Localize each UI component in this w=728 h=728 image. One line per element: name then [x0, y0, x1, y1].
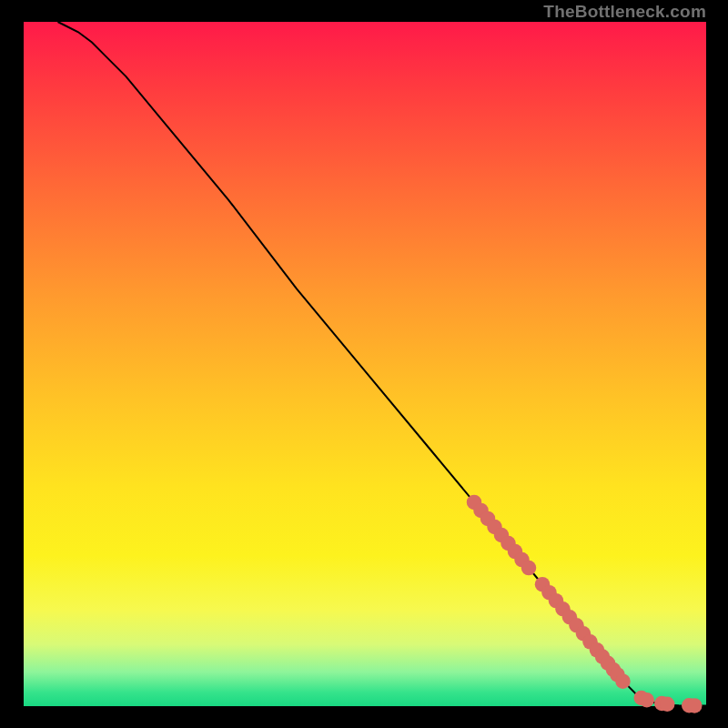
- plot-area: [24, 22, 706, 706]
- marker-dot: [640, 693, 655, 708]
- chart-svg: [24, 22, 706, 706]
- marker-dot: [615, 673, 631, 689]
- chart-stage: TheBottleneck.com: [0, 0, 728, 728]
- attribution-label: TheBottleneck.com: [543, 2, 706, 22]
- marker-dot: [660, 696, 675, 712]
- highlighted-points: [467, 495, 703, 713]
- marker-dot: [687, 698, 703, 713]
- bottleneck-curve: [58, 22, 707, 706]
- marker-dot: [521, 561, 537, 576]
